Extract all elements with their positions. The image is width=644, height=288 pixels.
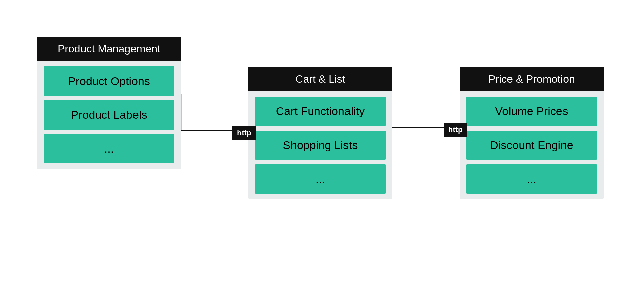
product-labels-item: Product Labels	[44, 100, 174, 130]
cart-list-header: Cart & List	[248, 67, 392, 91]
http-label-2: http	[444, 123, 467, 137]
diagram-container: Product Management Product Options Produ…	[27, 27, 617, 261]
product-options-item: Product Options	[44, 66, 174, 96]
price-promotion-box: Price & Promotion Volume Prices Discount…	[460, 67, 604, 199]
discount-engine-item: Discount Engine	[466, 131, 597, 160]
cart-more-item: ...	[255, 164, 386, 194]
cart-functionality-item: Cart Functionality	[255, 97, 386, 126]
product-management-header: Product Management	[37, 37, 181, 61]
http-label-1: http	[232, 126, 256, 140]
volume-prices-item: Volume Prices	[466, 97, 597, 126]
price-more-item: ...	[466, 164, 597, 194]
cart-list-box: Cart & List Cart Functionality Shopping …	[248, 67, 392, 199]
http-connector-2: http	[444, 123, 467, 137]
shopping-lists-item: Shopping Lists	[255, 131, 386, 160]
price-promotion-header: Price & Promotion	[460, 67, 604, 91]
price-promotion-body: Volume Prices Discount Engine ...	[460, 91, 604, 199]
product-management-body: Product Options Product Labels ...	[37, 61, 181, 169]
cart-list-body: Cart Functionality Shopping Lists ...	[248, 91, 392, 199]
product-more-item: ...	[44, 134, 174, 163]
product-management-box: Product Management Product Options Produ…	[37, 37, 181, 169]
http-connector-1: http	[232, 126, 256, 140]
